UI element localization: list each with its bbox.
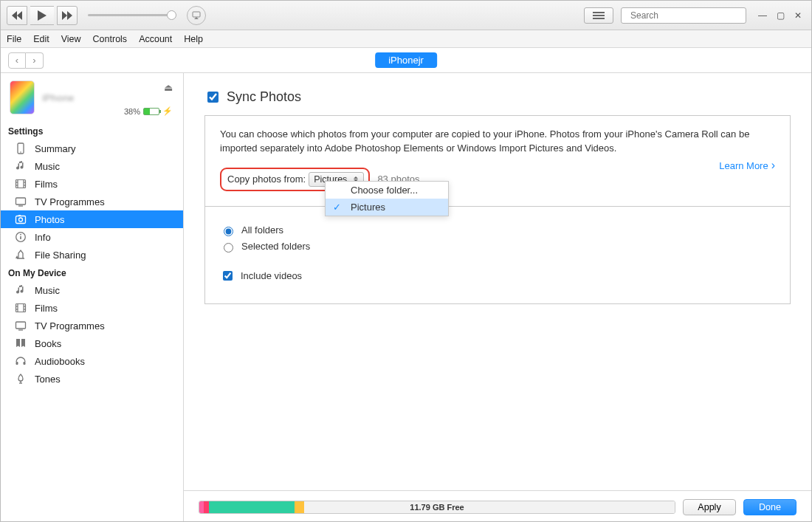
- sidebar-section-ondevice: On My Device: [1, 264, 183, 281]
- battery-status: 38% ⚡: [124, 106, 173, 116]
- tv-icon: [14, 319, 27, 332]
- device-thumb-icon: [10, 80, 35, 114]
- sidebar-item-audiobooks[interactable]: Audiobooks: [1, 352, 183, 370]
- list-view-button[interactable]: [584, 7, 613, 24]
- eject-icon[interactable]: ⏏: [164, 82, 173, 93]
- sidebar-item-label: Photos: [35, 214, 64, 225]
- sidebar-item-label: TV Programmes: [35, 320, 105, 332]
- play-button[interactable]: [30, 6, 54, 25]
- radio-all-folders[interactable]: All folders: [220, 224, 775, 236]
- include-videos-label: Include videos: [241, 270, 302, 281]
- search-field[interactable]: [621, 7, 746, 24]
- menu-help[interactable]: Help: [184, 34, 203, 44]
- done-button[interactable]: Done: [743, 499, 796, 515]
- menu-edit[interactable]: Edit: [33, 34, 49, 44]
- sidebar-item-label: TV Programmes: [35, 196, 105, 207]
- summary-icon: [14, 142, 27, 155]
- menubar: File Edit View Controls Account Help: [1, 30, 811, 48]
- sidebar-item-music[interactable]: Music: [1, 157, 183, 175]
- titlebar: — ▢ ✕: [1, 1, 811, 30]
- film-icon: [14, 177, 27, 190]
- radio-selected-folders[interactable]: Selected folders: [220, 241, 775, 253]
- svg-rect-1: [593, 12, 605, 13]
- dropdown-option-label: Pictures: [351, 202, 385, 213]
- sidebar-section-settings: Settings: [1, 122, 183, 140]
- sidebar-item-films[interactable]: Films: [1, 175, 183, 193]
- svg-rect-2: [593, 15, 605, 16]
- prev-button[interactable]: [7, 6, 27, 25]
- audiobooks-icon: [14, 354, 27, 368]
- copy-photos-dropdown-menu: Choose folder...✓Pictures: [325, 181, 449, 216]
- svg-rect-19: [18, 215, 21, 216]
- airplay-button[interactable]: [187, 6, 206, 25]
- nav-back-button[interactable]: ‹: [8, 52, 26, 69]
- sidebar-item-films[interactable]: Films: [1, 299, 183, 317]
- device-tab[interactable]: iPhonejr: [375, 52, 437, 68]
- sidebar-item-label: Tones: [35, 374, 61, 385]
- sidebar-item-label: Info: [35, 232, 51, 243]
- books-icon: [14, 337, 27, 350]
- svg-rect-0: [193, 12, 200, 17]
- sync-photos-intro: You can choose which photos from your co…: [220, 128, 775, 156]
- menu-view[interactable]: View: [61, 34, 81, 44]
- tv-icon: [14, 195, 27, 208]
- sidebar-item-tv-programmes[interactable]: TV Programmes: [1, 193, 183, 210]
- sidebar-item-label: Films: [35, 303, 58, 314]
- minimize-button[interactable]: —: [754, 9, 771, 22]
- menu-account[interactable]: Account: [139, 34, 172, 44]
- music-icon: [14, 159, 27, 173]
- dropdown-option-choose-folder-[interactable]: Choose folder...: [326, 182, 448, 199]
- radio-all-label: All folders: [241, 224, 283, 236]
- window-controls: — ▢ ✕: [754, 9, 807, 22]
- sidebar-item-music[interactable]: Music: [1, 281, 183, 299]
- playback-controls: [1, 6, 78, 25]
- sidebar-item-summary[interactable]: Summary: [1, 140, 183, 157]
- nav-bar: ‹ › iPhonejr: [1, 48, 811, 73]
- device-header[interactable]: iPhone ⏏ 38% ⚡: [1, 73, 183, 122]
- apply-button[interactable]: Apply: [683, 499, 736, 515]
- check-icon: ✓: [333, 202, 341, 213]
- film-icon: [14, 301, 27, 315]
- sidebar-item-label: Music: [35, 285, 60, 296]
- svg-rect-3: [593, 18, 605, 19]
- info-icon: [14, 230, 27, 244]
- sidebar-item-photos[interactable]: Photos: [1, 210, 183, 228]
- sync-photos-panel: You can choose which photos from your co…: [204, 115, 791, 207]
- svg-rect-30: [16, 322, 26, 329]
- sidebar-item-label: Music: [35, 161, 60, 172]
- sidebar-item-info[interactable]: Info: [1, 228, 183, 246]
- learn-more-link[interactable]: Learn More: [719, 159, 775, 172]
- capacity-bar[interactable]: 11.79 GB Free: [199, 501, 675, 514]
- menu-controls[interactable]: Controls: [93, 34, 128, 44]
- svg-rect-17: [16, 216, 26, 224]
- next-button[interactable]: [57, 6, 78, 25]
- photos-icon: [14, 213, 27, 226]
- music-icon: [14, 284, 27, 297]
- svg-point-22: [20, 234, 21, 236]
- bottom-bar: 11.79 GB Free Apply Done: [184, 490, 811, 522]
- sidebar-item-tones[interactable]: Tones: [1, 370, 183, 388]
- volume-slider[interactable]: [88, 14, 176, 16]
- menu-file[interactable]: File: [7, 34, 21, 44]
- copy-photos-label: Copy photos from:: [227, 174, 306, 185]
- svg-rect-32: [16, 362, 18, 365]
- dropdown-option-label: Choose folder...: [351, 185, 418, 196]
- nav-forward-button[interactable]: ›: [26, 52, 44, 69]
- include-videos-checkbox[interactable]: Include videos: [220, 269, 775, 283]
- close-button[interactable]: ✕: [789, 9, 807, 22]
- maximize-button[interactable]: ▢: [771, 9, 789, 22]
- device-name: iPhone: [42, 92, 74, 103]
- search-input[interactable]: [629, 10, 743, 21]
- sidebar: iPhone ⏏ 38% ⚡ Settings SummaryMusicFilm…: [1, 73, 184, 522]
- svg-rect-15: [16, 198, 26, 205]
- sidebar-item-file-sharing[interactable]: File Sharing: [1, 246, 183, 264]
- sidebar-item-books[interactable]: Books: [1, 334, 183, 352]
- content-area: Sync Photos You can choose which photos …: [184, 73, 811, 522]
- sync-photos-checkbox[interactable]: [207, 92, 219, 103]
- svg-rect-33: [24, 362, 26, 365]
- charging-icon: ⚡: [162, 106, 173, 116]
- sidebar-item-tv-programmes[interactable]: TV Programmes: [1, 317, 183, 334]
- capacity-free-label: 11.79 GB Free: [199, 501, 675, 513]
- dropdown-option-pictures[interactable]: ✓Pictures: [326, 199, 448, 216]
- sidebar-item-label: Audiobooks: [35, 356, 85, 367]
